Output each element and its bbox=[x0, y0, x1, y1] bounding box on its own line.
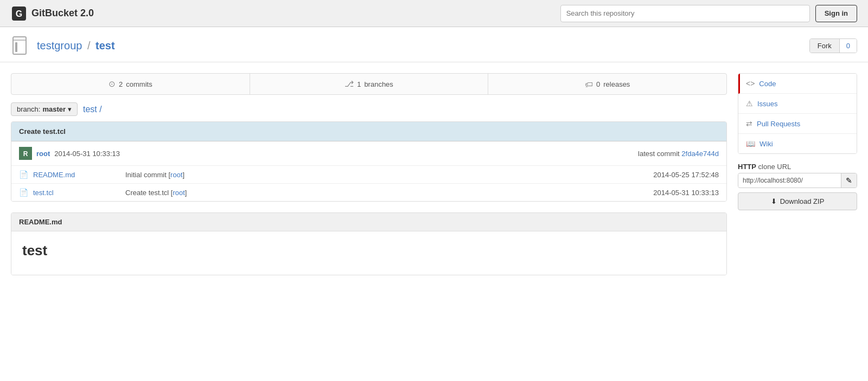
signin-button[interactable]: Sign in bbox=[815, 5, 857, 22]
file-commit-tcl: Create test.tcl [root] bbox=[125, 189, 632, 197]
sidebar-label-code: Code bbox=[759, 80, 776, 88]
issues-icon: ⚠ bbox=[746, 99, 753, 108]
branches-icon: ⎇ bbox=[344, 79, 354, 89]
file-name-readme[interactable]: README.md bbox=[33, 171, 120, 179]
table-row: 📄 README.md Initial commit [root] 2014-0… bbox=[11, 166, 726, 184]
repo-separator: / bbox=[84, 40, 93, 51]
file-commit-author-tcl[interactable]: root bbox=[173, 189, 184, 197]
pull-requests-icon: ⇄ bbox=[746, 119, 752, 128]
main-wrapper: testgroup / test Fork 0 ⊙ 2 commits ⎇ 1 … bbox=[0, 27, 868, 381]
sidebar-item-issues[interactable]: ⚠ Issues bbox=[738, 94, 857, 114]
commits-count: 2 bbox=[119, 80, 123, 88]
branches-label: branches bbox=[364, 80, 393, 88]
file-date-tcl: 2014-05-31 10:33:13 bbox=[637, 189, 719, 197]
sidebar: <> Code ⚠ Issues ⇄ Pull Requests 📖 Wiki bbox=[738, 73, 857, 275]
sidebar-item-wiki[interactable]: 📖 Wiki bbox=[738, 134, 857, 153]
svg-rect-2 bbox=[13, 37, 26, 54]
file-icon: 📄 bbox=[19, 170, 28, 179]
header-right: Sign in bbox=[560, 5, 857, 22]
commit-author-row: R root 2014-05-31 10:33:13 latest commit… bbox=[11, 141, 726, 166]
branch-selector[interactable]: branch: master ▾ bbox=[11, 102, 78, 116]
author-info: R root 2014-05-31 10:33:13 bbox=[19, 147, 120, 160]
gitbucket-logo-icon: G bbox=[11, 5, 27, 22]
header-left: G GitBucket 2.0 bbox=[11, 5, 94, 22]
repo-breadcrumb: testgroup / test bbox=[37, 40, 115, 52]
clone-section: HTTP clone URL ✎ ⬇ Download ZIP bbox=[738, 163, 857, 210]
fork-button[interactable]: Fork bbox=[810, 39, 840, 53]
download-icon: ⬇ bbox=[771, 197, 777, 205]
latest-commit-info: latest commit 2fda4e744d bbox=[638, 150, 719, 158]
clone-http-label: HTTP bbox=[738, 163, 756, 171]
readme-title: test bbox=[22, 242, 716, 259]
svg-text:G: G bbox=[16, 9, 22, 18]
sidebar-label-issues: Issues bbox=[757, 100, 778, 108]
releases-label: releases bbox=[603, 80, 630, 88]
clone-copy-button[interactable]: ✎ bbox=[841, 173, 857, 188]
author-date: 2014-05-31 10:33:13 bbox=[54, 150, 120, 158]
latest-commit-label: latest commit bbox=[638, 150, 680, 158]
search-input[interactable] bbox=[560, 5, 810, 22]
sidebar-nav: <> Code ⚠ Issues ⇄ Pull Requests 📖 Wiki bbox=[738, 73, 857, 154]
file-table: Create test.tcl R root 2014-05-31 10:33:… bbox=[11, 121, 727, 202]
table-row: 📄 test.tcl Create test.tcl [root] 2014-0… bbox=[11, 184, 726, 201]
branch-path-row: branch: master ▾ test / bbox=[11, 102, 727, 116]
sidebar-item-code[interactable]: <> Code bbox=[738, 74, 857, 94]
code-icon: <> bbox=[746, 79, 755, 88]
fork-area: Fork 0 bbox=[809, 38, 857, 53]
releases-stat[interactable]: 🏷 0 releases bbox=[488, 74, 726, 94]
file-date-readme: 2014-05-25 17:52:48 bbox=[637, 171, 719, 179]
clone-url-input[interactable] bbox=[738, 174, 841, 187]
file-commit-author-readme[interactable]: root bbox=[170, 171, 182, 179]
commit-hash[interactable]: 2fda4e744d bbox=[681, 150, 719, 158]
clone-label: HTTP clone URL bbox=[738, 163, 857, 171]
clone-url-label: clone URL bbox=[756, 163, 791, 171]
branches-count: 1 bbox=[357, 80, 361, 88]
clone-url-row: ✎ bbox=[738, 173, 857, 188]
releases-count: 0 bbox=[596, 80, 600, 88]
app-header: G GitBucket 2.0 Sign in bbox=[0, 0, 868, 27]
repo-header: testgroup / test Fork 0 bbox=[0, 27, 868, 62]
commits-icon: ⊙ bbox=[108, 79, 116, 89]
fork-count: 0 bbox=[840, 39, 857, 53]
download-zip-button[interactable]: ⬇ Download ZIP bbox=[738, 192, 857, 210]
file-name-tcl[interactable]: test.tcl bbox=[33, 189, 120, 197]
readme-content: test bbox=[11, 231, 726, 275]
repo-title-area: testgroup / test bbox=[11, 36, 115, 55]
sidebar-label-wiki: Wiki bbox=[760, 140, 773, 148]
download-zip-label: Download ZIP bbox=[780, 197, 825, 205]
releases-icon: 🏷 bbox=[585, 80, 593, 89]
author-avatar-icon: R bbox=[19, 147, 32, 160]
readme-section: README.md test bbox=[11, 212, 727, 275]
file-commit-message-readme: Initial commit bbox=[125, 171, 167, 179]
branches-stat[interactable]: ⎇ 1 branches bbox=[250, 74, 489, 94]
repo-name-link[interactable]: test bbox=[95, 40, 115, 51]
app-title: GitBucket 2.0 bbox=[31, 8, 94, 19]
main-content: ⊙ 2 commits ⎇ 1 branches 🏷 0 releases bbox=[11, 73, 727, 275]
author-name[interactable]: root bbox=[36, 150, 50, 158]
svg-rect-4 bbox=[15, 42, 17, 52]
repo-icon bbox=[11, 36, 30, 55]
svg-text:R: R bbox=[23, 150, 28, 158]
repo-owner-link[interactable]: testgroup bbox=[37, 40, 82, 51]
commits-stat[interactable]: ⊙ 2 commits bbox=[11, 74, 250, 94]
file-commit-readme: Initial commit [root] bbox=[125, 171, 632, 179]
current-path: test / bbox=[83, 105, 102, 114]
wiki-icon: 📖 bbox=[746, 139, 755, 148]
content-area: ⊙ 2 commits ⎇ 1 branches 🏷 0 releases bbox=[0, 62, 868, 286]
branch-name: master bbox=[42, 105, 66, 113]
commits-label: commits bbox=[126, 80, 152, 88]
commit-header: Create test.tcl bbox=[11, 122, 726, 141]
sidebar-item-pull-requests[interactable]: ⇄ Pull Requests bbox=[738, 114, 857, 134]
file-icon: 📄 bbox=[19, 188, 28, 197]
branch-prefix: branch: bbox=[17, 105, 40, 113]
stats-bar: ⊙ 2 commits ⎇ 1 branches 🏷 0 releases bbox=[11, 73, 727, 95]
readme-header: README.md bbox=[11, 213, 726, 231]
sidebar-label-pull-requests: Pull Requests bbox=[757, 120, 800, 128]
file-commit-message-tcl: Create test.tcl bbox=[125, 189, 169, 197]
branch-dropdown-icon: ▾ bbox=[68, 105, 72, 113]
